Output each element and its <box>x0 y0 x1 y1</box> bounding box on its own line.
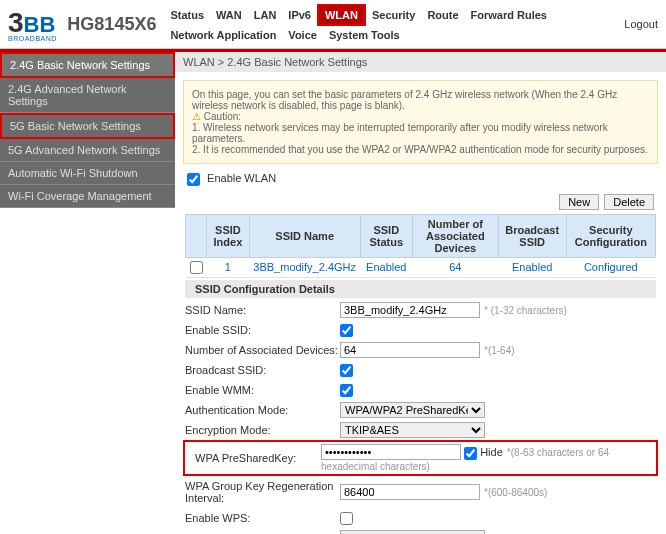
nav-netapp[interactable]: Network Application <box>164 26 282 44</box>
psk-label: WPA PreSharedKey: <box>195 450 321 466</box>
cell-name: 3BB_modify_2.4GHz <box>249 257 360 278</box>
bcast-label: Broadcast SSID: <box>185 362 340 378</box>
th-ssid-index: SSID Index <box>207 214 250 257</box>
hide-label: Hide <box>480 446 503 458</box>
bcast-checkbox[interactable] <box>340 364 353 377</box>
th-ssid-status: SSID Status <box>360 214 412 257</box>
regen-hint: *(600-86400s) <box>484 487 547 498</box>
wmm-checkbox[interactable] <box>340 384 353 397</box>
sidebar-item-24g-basic[interactable]: 2.4G Basic Network Settings <box>0 52 175 78</box>
nav-route[interactable]: Route <box>421 6 464 24</box>
wps-checkbox[interactable] <box>340 512 353 525</box>
cell-num: 64 <box>412 257 498 278</box>
sidebar-item-5g-adv[interactable]: 5G Advanced Network Settings <box>0 139 175 162</box>
logo-bb: BB <box>24 12 56 38</box>
delete-button[interactable]: Delete <box>604 194 654 210</box>
caution-icon: ⚠ <box>192 111 201 122</box>
num-assoc-label: Number of Associated Devices: <box>185 342 340 358</box>
nav-security[interactable]: Security <box>366 6 421 24</box>
header: 3 BB BROADBAND HG8145X6 Status WAN LAN I… <box>0 0 666 49</box>
section-header: SSID Configuration Details <box>185 280 656 298</box>
nav-wan[interactable]: WAN <box>210 6 248 24</box>
auth-label: Authentication Mode: <box>185 402 340 418</box>
cell-idx: 1 <box>207 257 250 278</box>
cell-bcast: Enabled <box>498 257 566 278</box>
wps-label: Enable WPS: <box>185 510 340 526</box>
nav-lan[interactable]: LAN <box>248 6 283 24</box>
nav-wlan[interactable]: WLAN <box>317 4 366 26</box>
logo: 3 BB BROADBAND <box>8 7 67 42</box>
enable-ssid-label: Enable SSID: <box>185 322 340 338</box>
th-ssid-name: SSID Name <box>249 214 360 257</box>
psk-input[interactable] <box>321 444 461 460</box>
sidebar-item-5g-basic[interactable]: 5G Basic Network Settings <box>0 113 175 139</box>
top-nav: Status WAN LAN IPv6 WLAN Security Route … <box>164 4 624 44</box>
nav-forward[interactable]: Forward Rules <box>465 6 553 24</box>
logo-3: 3 <box>8 7 24 39</box>
regen-input[interactable] <box>340 484 480 500</box>
sidebar-item-auto-shutdown[interactable]: Automatic Wi-Fi Shutdown <box>0 162 175 185</box>
nav-systools[interactable]: System Tools <box>323 26 406 44</box>
model-title: HG8145X6 <box>67 14 156 35</box>
auth-select[interactable]: WPA/WPA2 PreSharedKey <box>340 402 485 418</box>
num-assoc-input[interactable] <box>340 342 480 358</box>
wpsmode-label: WPS Mode: <box>185 530 340 534</box>
enc-select[interactable]: TKIP&AES <box>340 422 485 438</box>
main-panel: WLAN > 2.4G Basic Network Settings On th… <box>175 52 666 534</box>
logout-link[interactable]: Logout <box>624 18 658 30</box>
breadcrumb: WLAN > 2.4G Basic Network Settings <box>175 52 666 72</box>
nav-ipv6[interactable]: IPv6 <box>282 6 317 24</box>
th-bcast: Broadcast SSID <box>498 214 566 257</box>
ssid-name-input[interactable] <box>340 302 480 318</box>
enable-wlan-checkbox[interactable] <box>187 173 200 186</box>
cell-sec: Configured <box>566 257 655 278</box>
ssid-table: SSID Index SSID Name SSID Status Number … <box>185 214 656 279</box>
info-line1: On this page, you can set the basic para… <box>192 89 649 111</box>
regen-label: WPA Group Key Regeneration Interval: <box>185 478 340 506</box>
num-assoc-hint: *(1-64) <box>484 345 515 356</box>
th-num-assoc: Number of Associated Devices <box>412 214 498 257</box>
row-checkbox[interactable] <box>190 261 203 274</box>
sidebar: 2.4G Basic Network Settings 2.4G Advance… <box>0 52 175 534</box>
enable-wlan-label: Enable WLAN <box>207 172 276 184</box>
nav-status[interactable]: Status <box>164 6 210 24</box>
nav-voice[interactable]: Voice <box>282 26 323 44</box>
sidebar-item-coverage[interactable]: Wi-Fi Coverage Management <box>0 185 175 208</box>
table-row[interactable]: 1 3BB_modify_2.4GHz Enabled 64 Enabled C… <box>186 257 656 278</box>
hide-checkbox[interactable] <box>464 447 477 460</box>
caution-label: Caution: <box>204 111 241 122</box>
cell-status: Enabled <box>360 257 412 278</box>
enc-label: Encryption Mode: <box>185 422 340 438</box>
sidebar-item-24g-adv[interactable]: 2.4G Advanced Network Settings <box>0 78 175 113</box>
enable-ssid-checkbox[interactable] <box>340 324 353 337</box>
ssid-name-hint: * (1-32 characters) <box>484 305 567 316</box>
new-button[interactable]: New <box>559 194 599 210</box>
info-box: On this page, you can set the basic para… <box>183 80 658 164</box>
wmm-label: Enable WMM: <box>185 382 340 398</box>
ssid-name-label: SSID Name: <box>185 302 340 318</box>
th-security: Security Configuration <box>566 214 655 257</box>
caution-1: 1. Wireless network services may be inte… <box>192 122 649 144</box>
caution-2: 2. It is recommended that you use the WP… <box>192 144 649 155</box>
logo-sub: BROADBAND <box>8 35 67 42</box>
wpsmode-select[interactable]: PBC <box>340 530 485 534</box>
